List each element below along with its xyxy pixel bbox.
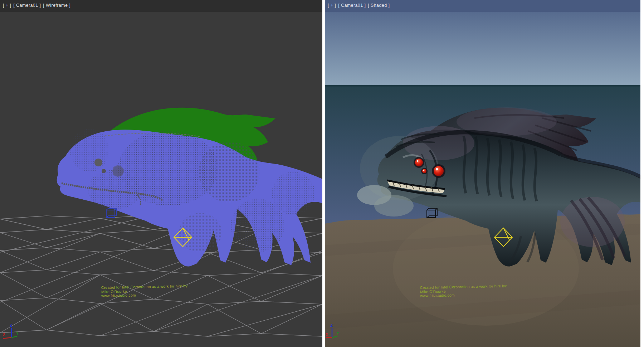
viewport-camera-button[interactable]: [ Camera01 ]: [13, 3, 41, 8]
viewport-label-left: [ + ] [ Camera01 ] [ Wireframe ]: [3, 3, 70, 8]
viewport-shading-button[interactable]: [ Shaded ]: [368, 3, 390, 8]
watermark-text: Created for Intel Corporation as a work …: [101, 284, 189, 298]
fish-eye-tiny: [102, 169, 106, 173]
dual-viewport-stage: X Z Y [ + ] [ Camera01 ] [ Wireframe ] C…: [0, 0, 644, 350]
fish-eye-large: [113, 166, 123, 176]
viewport-wireframe[interactable]: X Z Y [ + ] [ Camera01 ] [ Wireframe ] C…: [0, 0, 322, 347]
viewport-camera-button[interactable]: [ Camera01 ]: [338, 3, 366, 8]
axis-x-label: X: [3, 332, 5, 337]
viewport-label-right: [ + ] [ Camera01 ] [ Shaded ]: [328, 3, 390, 8]
viewport-shading-button[interactable]: [ Wireframe ]: [43, 3, 70, 8]
axis-y-label: Y: [337, 331, 339, 336]
viewport-menu-button[interactable]: [ + ]: [3, 3, 11, 8]
viewport-menu-button[interactable]: [ + ]: [328, 3, 336, 8]
axis-z-label: Z: [10, 323, 12, 328]
axis-z-label: Z: [330, 323, 333, 328]
fish-eye-large: [434, 166, 444, 176]
fish-eye-tiny: [422, 169, 426, 173]
watermark-text: Created for Intel Corporation as a work …: [420, 284, 507, 298]
axis-x-label: X: [326, 332, 328, 337]
fish-eye-small: [415, 159, 423, 166]
horizon-line: [325, 85, 640, 87]
axis-y-label: Y: [16, 331, 19, 336]
viewport-shaded[interactable]: X Z Y [ + ] [ Camera01 ] [ Shaded ] Crea…: [325, 0, 640, 347]
sky-upper: [325, 0, 640, 85]
fish-eye-small: [94, 159, 102, 166]
